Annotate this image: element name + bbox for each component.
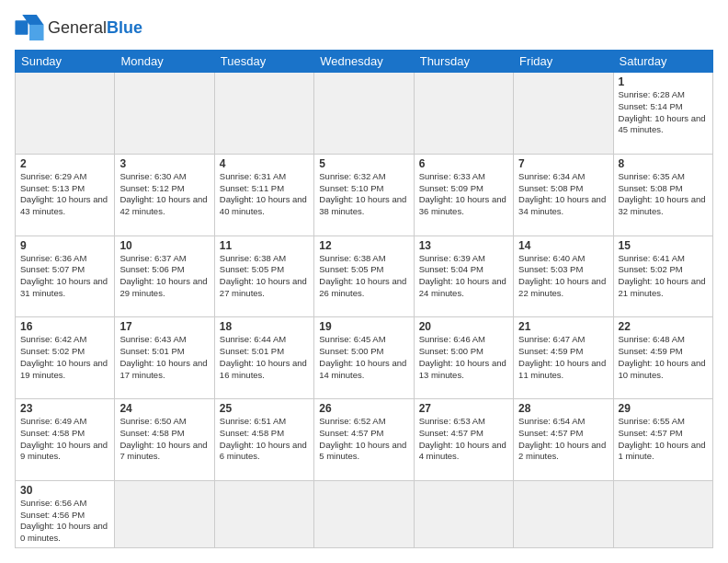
day-info: Sunrise: 6:35 AM Sunset: 5:08 PM Dayligh… (619, 171, 708, 218)
table-row: 3Sunrise: 6:30 AM Sunset: 5:12 PM Daylig… (115, 154, 214, 236)
day-number: 1 (619, 75, 708, 88)
table-row (314, 73, 414, 155)
day-number: 26 (319, 402, 408, 415)
day-number: 4 (220, 157, 309, 170)
day-info: Sunrise: 6:33 AM Sunset: 5:09 PM Dayligh… (419, 171, 508, 218)
day-number: 22 (619, 320, 708, 333)
day-number: 12 (319, 239, 408, 252)
day-info: Sunrise: 6:42 AM Sunset: 5:02 PM Dayligh… (20, 334, 109, 381)
day-number: 8 (619, 157, 708, 170)
day-number: 7 (518, 157, 608, 170)
day-number: 27 (419, 402, 508, 415)
day-info: Sunrise: 6:46 AM Sunset: 5:00 PM Dayligh… (419, 334, 508, 381)
day-number: 16 (20, 320, 109, 333)
table-row (414, 480, 513, 547)
day-info: Sunrise: 6:41 AM Sunset: 5:02 PM Dayligh… (619, 253, 708, 300)
header-wednesday: Wednesday (314, 51, 414, 73)
table-row: 28Sunrise: 6:54 AM Sunset: 4:57 PM Dayli… (514, 399, 613, 481)
day-number: 10 (119, 239, 209, 252)
table-row: 8Sunrise: 6:35 AM Sunset: 5:08 PM Daylig… (613, 154, 712, 236)
table-row (16, 73, 115, 155)
table-row: 17Sunrise: 6:43 AM Sunset: 5:01 PM Dayli… (115, 317, 214, 399)
logo: GeneralBlue (15, 15, 142, 40)
day-number: 24 (119, 402, 209, 415)
day-info: Sunrise: 6:31 AM Sunset: 5:11 PM Dayligh… (220, 171, 309, 218)
day-info: Sunrise: 6:48 AM Sunset: 4:59 PM Dayligh… (619, 334, 708, 381)
table-row: 12Sunrise: 6:38 AM Sunset: 5:05 PM Dayli… (314, 236, 414, 317)
table-row: 2Sunrise: 6:29 AM Sunset: 5:13 PM Daylig… (16, 154, 115, 236)
generalblue-icon (15, 15, 44, 40)
table-row: 19Sunrise: 6:45 AM Sunset: 5:00 PM Dayli… (314, 317, 414, 399)
table-row: 6Sunrise: 6:33 AM Sunset: 5:09 PM Daylig… (414, 154, 513, 236)
table-row (414, 73, 513, 155)
svg-marker-2 (29, 25, 44, 40)
calendar: Sunday Monday Tuesday Wednesday Thursday… (15, 50, 713, 548)
logo-text: GeneralBlue (48, 18, 142, 38)
day-info: Sunrise: 6:29 AM Sunset: 5:13 PM Dayligh… (20, 171, 109, 218)
table-row: 1Sunrise: 6:28 AM Sunset: 5:14 PM Daylig… (613, 73, 712, 155)
day-number: 14 (518, 239, 608, 252)
day-number: 5 (319, 157, 408, 170)
table-row: 27Sunrise: 6:53 AM Sunset: 4:57 PM Dayli… (414, 399, 513, 481)
header-sunday: Sunday (16, 51, 115, 73)
day-info: Sunrise: 6:38 AM Sunset: 5:05 PM Dayligh… (220, 253, 309, 300)
header-thursday: Thursday (414, 51, 513, 73)
day-number: 18 (220, 320, 309, 333)
day-number: 21 (518, 320, 608, 333)
day-info: Sunrise: 6:44 AM Sunset: 5:01 PM Dayligh… (220, 334, 309, 381)
day-number: 29 (619, 402, 708, 415)
day-number: 25 (220, 402, 309, 415)
day-info: Sunrise: 6:38 AM Sunset: 5:05 PM Dayligh… (319, 253, 408, 300)
day-info: Sunrise: 6:40 AM Sunset: 5:03 PM Dayligh… (518, 253, 608, 300)
day-number: 19 (319, 320, 408, 333)
day-number: 15 (619, 239, 708, 252)
table-row: 14Sunrise: 6:40 AM Sunset: 5:03 PM Dayli… (514, 236, 613, 317)
table-row: 9Sunrise: 6:36 AM Sunset: 5:07 PM Daylig… (16, 236, 115, 317)
day-info: Sunrise: 6:30 AM Sunset: 5:12 PM Dayligh… (119, 171, 209, 218)
day-number: 13 (419, 239, 508, 252)
calendar-row: 30Sunrise: 6:56 AM Sunset: 4:56 PM Dayli… (16, 480, 713, 547)
calendar-row: 1Sunrise: 6:28 AM Sunset: 5:14 PM Daylig… (16, 73, 713, 155)
day-info: Sunrise: 6:56 AM Sunset: 4:56 PM Dayligh… (20, 498, 109, 545)
calendar-row: 9Sunrise: 6:36 AM Sunset: 5:07 PM Daylig… (16, 236, 713, 317)
calendar-row: 2Sunrise: 6:29 AM Sunset: 5:13 PM Daylig… (16, 154, 713, 236)
table-row: 4Sunrise: 6:31 AM Sunset: 5:11 PM Daylig… (214, 154, 313, 236)
header: GeneralBlue (15, 15, 713, 40)
table-row: 23Sunrise: 6:49 AM Sunset: 4:58 PM Dayli… (16, 399, 115, 481)
table-row: 16Sunrise: 6:42 AM Sunset: 5:02 PM Dayli… (16, 317, 115, 399)
table-row (514, 480, 613, 547)
day-number: 6 (419, 157, 508, 170)
day-info: Sunrise: 6:51 AM Sunset: 4:58 PM Dayligh… (220, 416, 309, 463)
table-row (115, 73, 214, 155)
day-info: Sunrise: 6:52 AM Sunset: 4:57 PM Dayligh… (319, 416, 408, 463)
header-monday: Monday (115, 51, 214, 73)
day-number: 30 (20, 484, 109, 497)
day-info: Sunrise: 6:37 AM Sunset: 5:06 PM Dayligh… (119, 253, 209, 300)
day-info: Sunrise: 6:55 AM Sunset: 4:57 PM Dayligh… (619, 416, 708, 463)
table-row: 11Sunrise: 6:38 AM Sunset: 5:05 PM Dayli… (214, 236, 313, 317)
day-number: 20 (419, 320, 508, 333)
table-row: 13Sunrise: 6:39 AM Sunset: 5:04 PM Dayli… (414, 236, 513, 317)
day-info: Sunrise: 6:47 AM Sunset: 4:59 PM Dayligh… (518, 334, 608, 381)
day-info: Sunrise: 6:49 AM Sunset: 4:58 PM Dayligh… (20, 416, 109, 463)
day-info: Sunrise: 6:53 AM Sunset: 4:57 PM Dayligh… (419, 416, 508, 463)
table-row: 26Sunrise: 6:52 AM Sunset: 4:57 PM Dayli… (314, 399, 414, 481)
day-info: Sunrise: 6:50 AM Sunset: 4:58 PM Dayligh… (119, 416, 209, 463)
table-row: 22Sunrise: 6:48 AM Sunset: 4:59 PM Dayli… (613, 317, 712, 399)
day-number: 17 (119, 320, 209, 333)
table-row: 25Sunrise: 6:51 AM Sunset: 4:58 PM Dayli… (214, 399, 313, 481)
day-number: 23 (20, 402, 109, 415)
day-number: 11 (220, 239, 309, 252)
table-row (314, 480, 414, 547)
table-row (214, 73, 313, 155)
day-info: Sunrise: 6:43 AM Sunset: 5:01 PM Dayligh… (119, 334, 209, 381)
weekday-header-row: Sunday Monday Tuesday Wednesday Thursday… (16, 51, 713, 73)
table-row: 21Sunrise: 6:47 AM Sunset: 4:59 PM Dayli… (514, 317, 613, 399)
table-row (115, 480, 214, 547)
table-row: 30Sunrise: 6:56 AM Sunset: 4:56 PM Dayli… (16, 480, 115, 547)
page: GeneralBlue Sunday Monday Tuesday Wednes… (0, 0, 728, 563)
table-row: 18Sunrise: 6:44 AM Sunset: 5:01 PM Dayli… (214, 317, 313, 399)
table-row (214, 480, 313, 547)
header-friday: Friday (514, 51, 613, 73)
table-row: 15Sunrise: 6:41 AM Sunset: 5:02 PM Dayli… (613, 236, 712, 317)
